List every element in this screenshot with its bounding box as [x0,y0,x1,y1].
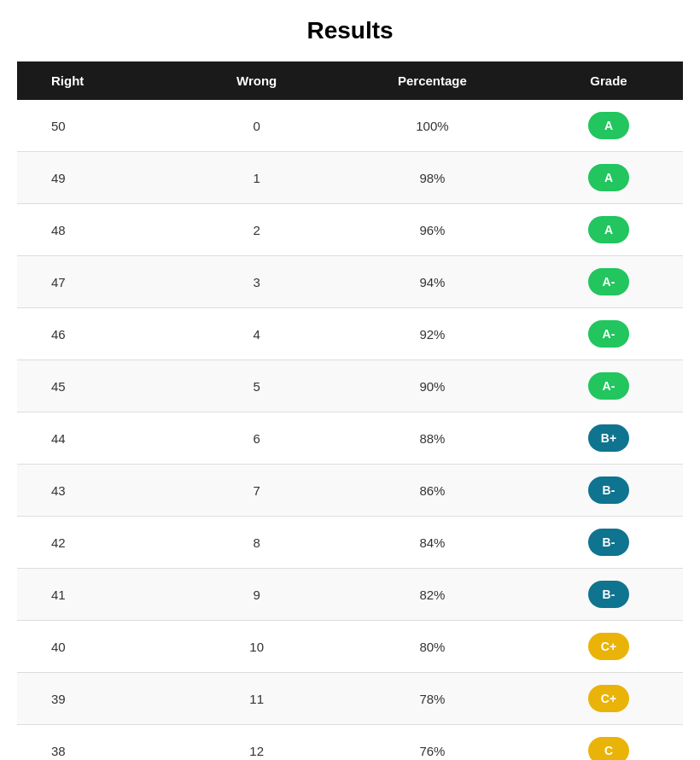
cell-grade: B- [534,465,683,517]
results-table: RightWrongPercentageGrade 500100%A49198%… [17,61,683,760]
cell-right: 42 [17,517,183,569]
cell-grade: A [534,152,683,204]
cell-right: 40 [17,621,183,673]
cell-right: 49 [17,152,183,204]
table-row: 49198%A [17,152,683,204]
page-title: Results [17,17,683,44]
cell-percentage: 76% [330,725,534,761]
cell-wrong: 10 [183,621,330,673]
grade-badge: C+ [588,633,629,660]
cell-wrong: 7 [183,465,330,517]
cell-percentage: 82% [330,569,534,621]
cell-percentage: 88% [330,412,534,465]
cell-grade: A- [534,308,683,360]
cell-percentage: 78% [330,673,534,725]
cell-right: 50 [17,100,183,152]
table-row: 41982%B- [17,569,683,621]
cell-wrong: 4 [183,308,330,360]
cell-right: 41 [17,569,183,621]
header-row: RightWrongPercentageGrade [17,61,683,100]
grade-badge: A- [588,372,629,400]
cell-percentage: 96% [330,204,534,256]
table-row: 47394%A- [17,256,683,308]
table-row: 43786%B- [17,465,683,517]
table-row: 391178%C+ [17,673,683,725]
cell-percentage: 80% [330,621,534,673]
grade-badge: B- [588,581,629,608]
grade-badge: A [588,164,629,191]
cell-grade: A- [534,256,683,308]
cell-wrong: 3 [183,256,330,308]
cell-grade: B+ [534,412,683,465]
cell-wrong: 6 [183,412,330,465]
cell-right: 39 [17,673,183,725]
table-row: 401080%C+ [17,621,683,673]
grade-badge: A [588,216,629,243]
cell-wrong: 11 [183,673,330,725]
cell-percentage: 94% [330,256,534,308]
cell-percentage: 90% [330,360,534,412]
table-row: 500100%A [17,100,683,152]
cell-percentage: 98% [330,152,534,204]
cell-wrong: 5 [183,360,330,412]
cell-percentage: 92% [330,308,534,360]
cell-grade: A [534,204,683,256]
column-header-wrong: Wrong [183,61,330,100]
column-header-percentage: Percentage [330,61,534,100]
grade-badge: B- [588,529,629,556]
cell-right: 46 [17,308,183,360]
grade-badge: B- [588,476,629,504]
cell-wrong: 2 [183,204,330,256]
cell-wrong: 9 [183,569,330,621]
grade-badge: C [588,737,629,760]
cell-right: 43 [17,465,183,517]
cell-wrong: 8 [183,517,330,569]
cell-right: 45 [17,360,183,412]
table-row: 45590%A- [17,360,683,412]
table-row: 381276%C [17,725,683,761]
cell-grade: A [534,100,683,152]
cell-grade: C [534,725,683,761]
cell-wrong: 12 [183,725,330,761]
table-header: RightWrongPercentageGrade [17,61,683,100]
cell-grade: C+ [534,673,683,725]
cell-percentage: 86% [330,465,534,517]
grade-badge: B+ [588,424,629,452]
table-row: 48296%A [17,204,683,256]
cell-right: 47 [17,256,183,308]
cell-percentage: 100% [330,100,534,152]
cell-grade: B- [534,569,683,621]
table-row: 42884%B- [17,517,683,569]
column-header-grade: Grade [534,61,683,100]
cell-percentage: 84% [330,517,534,569]
table-row: 44688%B+ [17,412,683,465]
grade-badge: A- [588,320,629,348]
cell-right: 44 [17,412,183,465]
cell-grade: C+ [534,621,683,673]
cell-grade: B- [534,517,683,569]
grade-badge: A- [588,268,629,295]
table-body: 500100%A49198%A48296%A47394%A-46492%A-45… [17,100,683,760]
cell-right: 48 [17,204,183,256]
column-header-right: Right [17,61,183,100]
grade-badge: A [588,112,629,139]
grade-badge: C+ [588,685,629,712]
cell-grade: A- [534,360,683,412]
cell-wrong: 1 [183,152,330,204]
table-row: 46492%A- [17,308,683,360]
cell-right: 38 [17,725,183,761]
cell-wrong: 0 [183,100,330,152]
